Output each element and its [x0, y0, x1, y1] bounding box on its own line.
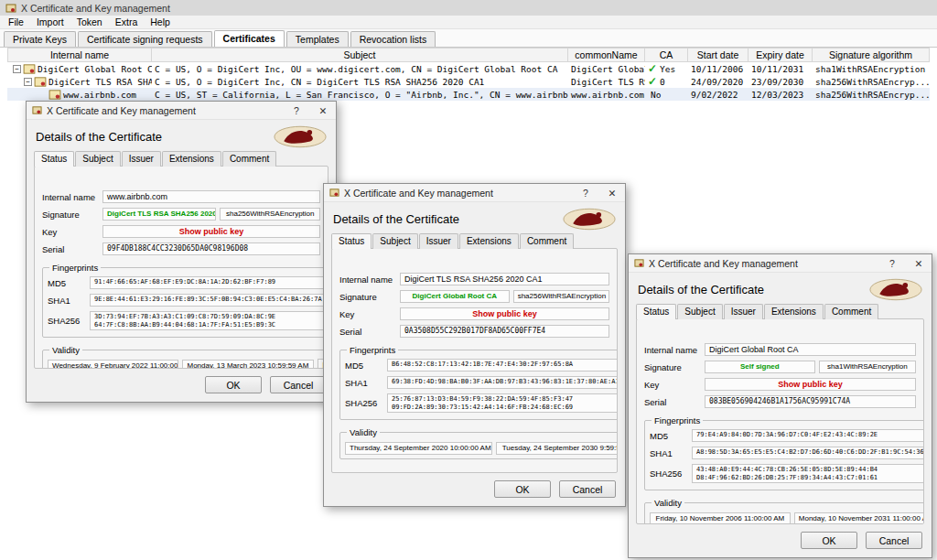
main-titlebar[interactable]: X Certificate and Key management [0, 0, 937, 16]
column-ca[interactable]: CA [645, 48, 688, 62]
dialog-title: X Certificate and Key management [344, 188, 570, 199]
main-tab-bar: Private Keys Certificate signing request… [0, 29, 937, 48]
validity-group: Validity Wednesday, 9 February 2022 11:0… [42, 345, 328, 369]
dialog-tab-bar: Status Subject Issuer Extensions Comment [27, 151, 336, 167]
certificate-icon [48, 90, 61, 100]
tab-subject[interactable]: Subject [75, 151, 120, 167]
column-signature-algorithm[interactable]: Signature algorithm [813, 48, 930, 62]
internal-name-input[interactable]: DigiCert TLS RSA SHA256 2020 CA1 [400, 273, 609, 285]
tab-certificates[interactable]: Certificates [214, 30, 285, 47]
signature-issuer: Self signed [705, 361, 815, 373]
help-button[interactable]: ? [575, 188, 597, 199]
show-public-key-button[interactable]: Show public key [705, 378, 916, 391]
md5-label: MD5 [345, 361, 383, 371]
tab-issuer[interactable]: Issuer [724, 304, 763, 319]
column-internal-name[interactable]: Internal name [7, 48, 152, 62]
dialog-titlebar[interactable]: X Certificate and Key management ? ✕ [324, 184, 625, 202]
dialog-heading: Details of the Certificate [333, 212, 563, 226]
tab-issuer[interactable]: Issuer [419, 233, 458, 249]
tab-csr[interactable]: Certificate signing requests [78, 31, 212, 47]
signature-algorithm: sha256WithRSAEncryption [220, 208, 320, 221]
tab-status[interactable]: Status [636, 304, 676, 319]
internal-name-label: Internal name [644, 345, 701, 355]
column-subject[interactable]: Subject [152, 48, 568, 62]
close-icon[interactable]: ✕ [908, 258, 930, 269]
column-start-date[interactable]: Start date [688, 48, 749, 62]
ok-button[interactable]: OK [205, 376, 262, 393]
dialog-titlebar[interactable]: X Certificate and Key management ? ✕ [27, 102, 336, 120]
close-icon[interactable]: ✕ [601, 188, 623, 199]
tree-collapse-icon[interactable]: − [24, 78, 32, 86]
tab-extensions[interactable]: Extensions [459, 233, 519, 249]
cancel-button[interactable]: Cancel [866, 532, 922, 549]
show-public-key-button[interactable]: Show public key [102, 225, 320, 238]
app-icon [329, 188, 339, 198]
serial-label: Serial [42, 244, 99, 254]
internal-name-label: Internal name [339, 275, 396, 285]
table-row[interactable]: − DigiCert TLS RSA SHA2... C = US, O = D… [7, 75, 930, 88]
menu-help[interactable]: Help [144, 16, 177, 27]
sha256-value: 3D:73:94:EF:7B:A3:A3:C1:09:C8:7D:59:09:D… [90, 311, 327, 330]
validity-label: Validity [49, 345, 82, 355]
tab-subject[interactable]: Subject [677, 304, 722, 319]
cell-internal-name: www.airbnb.com [7, 88, 152, 101]
fingerprints-group: Fingerprints MD5 B6:48:52:C8:17:13:42:1B… [339, 345, 618, 420]
tree-collapse-icon[interactable]: − [13, 65, 21, 73]
not-before-value: Friday, 10 November 2006 11:00:00 AM [650, 512, 791, 525]
sha256-label: SHA256 [650, 468, 688, 479]
key-label: Key [339, 309, 396, 319]
ca-text: No [651, 90, 661, 100]
cell-expiry-date: 12/03/2023 [749, 88, 813, 101]
internal-name-input[interactable]: DigiCert Global Root CA [705, 343, 916, 356]
help-button[interactable]: ? [285, 105, 307, 116]
tab-extensions[interactable]: Extensions [764, 304, 824, 319]
menu-token[interactable]: Token [70, 16, 109, 27]
validity-group: Validity Thursday, 24 September 2020 10:… [339, 427, 618, 459]
sha1-value: A8:98:5D:3A:65:E5:E5:C4:B2:D7:D6:6D:40:C… [692, 447, 924, 459]
serial-value: 0A3508D55C292B017DF8AD65C00FF7E4 [400, 325, 609, 338]
table-row[interactable]: − DigiCert Global Root CA C = US, O = Di… [7, 62, 930, 75]
serial-value: 09F4DB188C4CC3230D65DA0C98196D08 [102, 242, 320, 255]
tab-extensions[interactable]: Extensions [162, 151, 221, 167]
internal-name-label: Internal name [42, 192, 99, 202]
tab-issuer[interactable]: Issuer [122, 151, 161, 167]
cancel-button[interactable]: Cancel [270, 376, 327, 393]
table-header: Internal name Subject commonName CA Star… [7, 48, 930, 62]
tab-subject[interactable]: Subject [372, 233, 417, 249]
dialog-title: X Certificate and Key management [47, 105, 281, 116]
tab-comment[interactable]: Comment [520, 233, 574, 249]
certificate-details-dialog: X Certificate and Key management ? ✕ Det… [26, 101, 337, 403]
tab-status[interactable]: Status [34, 151, 74, 167]
fingerprints-group: Fingerprints MD5 79:E4:A9:84:0D:7D:3A:96… [644, 415, 924, 490]
ok-button[interactable]: OK [494, 480, 551, 498]
cell-ca: No [645, 88, 688, 101]
sha1-value: 69:38:FD:4D:98:BA:B0:3F:AA:DB:97:B3:43:9… [387, 376, 618, 389]
cell-start-date: 24/09/2020 [688, 75, 749, 88]
tab-status[interactable]: Status [331, 233, 372, 249]
menu-file[interactable]: File [2, 16, 30, 27]
internal-name-input[interactable]: www.airbnb.com [102, 190, 320, 203]
cell-ca: ✓ 0 [645, 75, 688, 88]
dialog-titlebar[interactable]: X Certificate and Key management ? ✕ [629, 254, 932, 273]
sha1-label: SHA1 [650, 448, 688, 458]
table-row[interactable]: www.airbnb.com C = US, ST = California, … [7, 88, 930, 101]
dialog-heading: Details of the Certificate [638, 283, 869, 296]
column-expiry-date[interactable]: Expiry date [749, 48, 813, 62]
menu-import[interactable]: Import [30, 16, 70, 27]
not-after-value: Tuesday, 24 September 2030 9:59:59 AM [496, 442, 618, 455]
tab-revocation-lists[interactable]: Revocation lists [350, 31, 436, 47]
md5-value: 91:4F:66:65:AF:68:EF:E9:DC:8A:1A:2D:62:B… [90, 276, 327, 289]
column-common-name[interactable]: commonName [568, 48, 645, 62]
ok-button[interactable]: OK [801, 532, 857, 549]
tab-templates[interactable]: Templates [286, 31, 349, 47]
help-button[interactable]: ? [881, 258, 903, 269]
cell-expiry-date: 10/11/2031 [749, 62, 813, 75]
close-icon[interactable]: ✕ [312, 105, 334, 116]
menu-extra[interactable]: Extra [109, 16, 145, 27]
tab-private-keys[interactable]: Private Keys [4, 31, 76, 47]
tab-comment[interactable]: Comment [824, 304, 878, 319]
xca-logo [274, 125, 327, 148]
show-public-key-button[interactable]: Show public key [400, 307, 609, 320]
tab-comment[interactable]: Comment [222, 151, 276, 167]
cancel-button[interactable]: Cancel [559, 480, 616, 498]
